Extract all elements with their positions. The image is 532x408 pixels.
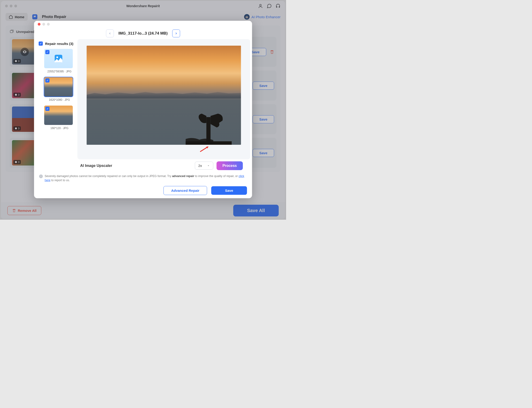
modal-filename: IMG_3117-lo...3 (24.74 MB) — [118, 31, 168, 36]
decorative-landscape — [87, 89, 241, 98]
chevron-down-icon — [207, 164, 210, 167]
result-dimensions: 23552*59395 · JPG — [44, 70, 75, 73]
modal-close-dot[interactable] — [38, 23, 41, 26]
result-checkbox[interactable]: ✓ — [45, 78, 50, 83]
modal-titlebar — [34, 21, 252, 28]
preview-panel — [78, 39, 250, 159]
chevron-left-icon — [108, 32, 111, 35]
result-thumbnail[interactable]: ✓ — [44, 106, 73, 125]
chevron-right-icon — [175, 32, 178, 35]
decorative-foreground — [186, 103, 232, 145]
note-text: to report to us. — [51, 179, 70, 182]
modal-actions: Advanced Repair Save — [34, 183, 252, 198]
modal-minimize-dot — [43, 23, 45, 26]
upscale-label: AI Image Upscaler — [80, 164, 192, 168]
note-emphasis: advanced repair — [172, 175, 194, 178]
result-dimensions: 160*120 · JPG — [44, 127, 75, 130]
results-sidebar: ✓ Repair results (3) ✓ 23552*59395 · JPG… — [36, 39, 78, 159]
advanced-repair-button[interactable]: Advanced Repair — [164, 186, 207, 195]
modal-save-button[interactable]: Save — [211, 186, 247, 195]
scale-dropdown[interactable]: 2x — [195, 162, 213, 170]
result-thumbnail[interactable]: ✓ — [44, 77, 73, 97]
modal-maximize-dot — [47, 23, 50, 26]
info-icon: i — [39, 175, 43, 178]
note-text: Severely damaged photos cannot be comple… — [45, 175, 172, 178]
result-thumbnail[interactable]: ✓ — [44, 49, 73, 68]
result-checkbox[interactable]: ✓ — [45, 50, 50, 54]
preview-image[interactable] — [87, 46, 241, 145]
modal-nav: IMG_3117-lo...3 (24.74 MB) — [34, 28, 252, 39]
svg-point-7 — [56, 57, 58, 58]
results-header-label: Repair results (3) — [45, 42, 74, 46]
scale-value: 2x — [198, 164, 202, 168]
repair-results-modal: IMG_3117-lo...3 (24.74 MB) ✓ Repair resu… — [34, 21, 252, 198]
select-all-checkbox[interactable]: ✓ — [39, 42, 43, 46]
result-checkbox[interactable]: ✓ — [45, 107, 50, 111]
results-header: ✓ Repair results (3) — [39, 42, 75, 46]
next-file-button[interactable] — [172, 29, 180, 37]
result-item[interactable]: ✓ 23552*59395 · JPG — [44, 49, 75, 73]
result-dimensions: 1620*1080 · JPG — [44, 98, 75, 102]
image-placeholder-icon — [53, 53, 64, 64]
note-text: to improve the quality of repair, or — [194, 175, 239, 178]
damage-note: i Severely damaged photos cannot be comp… — [34, 172, 252, 183]
result-item[interactable]: ✓ 160*120 · JPG — [44, 106, 75, 130]
result-item[interactable]: ✓ 1620*1080 · JPG — [44, 77, 75, 102]
prev-file-button[interactable] — [106, 29, 114, 37]
process-button[interactable]: Process — [216, 161, 243, 170]
upscale-row: AI Image Upscaler 2x Process — [34, 159, 252, 172]
